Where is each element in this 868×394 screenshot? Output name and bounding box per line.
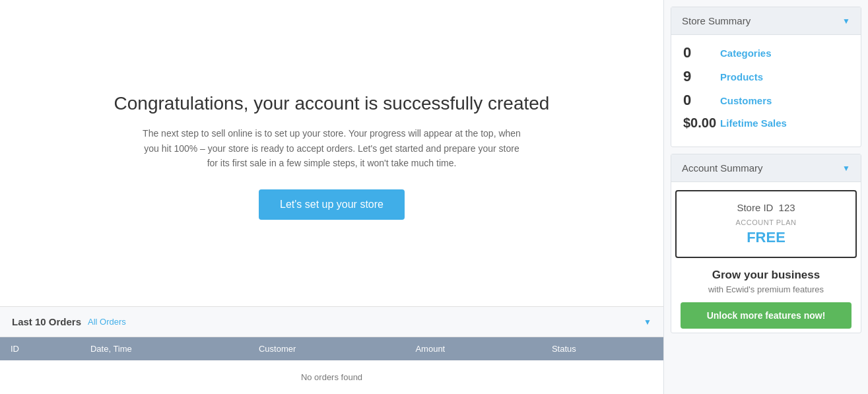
setup-store-button[interactable]: Let's set up your store	[259, 189, 405, 220]
account-summary-header: Account Summary ▼	[671, 154, 861, 182]
orders-chevron-icon: ▼	[644, 317, 651, 327]
products-count: 9	[683, 68, 716, 85]
account-summary-chevron-icon: ▼	[842, 164, 850, 173]
col-customer: Customer	[248, 337, 405, 360]
summary-products-row: 9 Products	[683, 68, 849, 85]
main-content: Congratulations, your account is success…	[0, 0, 663, 394]
sidebar: Store Summary ▼ 0 Categories 9 Products …	[663, 0, 868, 394]
hero-title: Congratulations, your account is success…	[114, 93, 550, 114]
account-plan-label: ACCOUNT PLAN	[687, 218, 845, 226]
store-id-label: Store ID 123	[687, 202, 845, 213]
col-status: Status	[541, 337, 663, 360]
orders-title: Last 10 Orders	[12, 316, 81, 327]
sales-amount: $0.00	[683, 115, 716, 131]
hero-section: Congratulations, your account is success…	[0, 0, 663, 306]
store-summary-chevron-icon: ▼	[842, 16, 850, 26]
account-card: Store ID 123 ACCOUNT PLAN FREE	[675, 190, 857, 258]
summary-sales-row: $0.00 Lifetime Sales	[683, 115, 849, 131]
store-id-value: 123	[779, 202, 795, 213]
orders-header: Last 10 Orders All Orders ▼	[0, 307, 663, 337]
col-date-time: Date, Time	[80, 337, 248, 360]
unlock-features-button[interactable]: Unlock more features now!	[681, 302, 851, 329]
store-summary-header: Store Summary ▼	[671, 7, 861, 35]
products-label: Products	[720, 71, 763, 82]
store-summary-body: 0 Categories 9 Products 0 Customers $0.0…	[671, 35, 861, 147]
col-id: ID	[0, 337, 80, 360]
categories-count: 0	[683, 44, 716, 61]
account-summary-widget: Account Summary ▼ Store ID 123 ACCOUNT P…	[671, 154, 861, 333]
orders-section: Last 10 Orders All Orders ▼ ID Date, Tim…	[0, 306, 663, 394]
table-header-row: ID Date, Time Customer Amount Status	[0, 337, 663, 360]
table-empty-row: No orders found	[0, 360, 663, 394]
all-orders-link[interactable]: All Orders	[88, 317, 126, 327]
summary-customers-row: 0 Customers	[683, 92, 849, 109]
customers-label: Customers	[720, 95, 772, 106]
grow-title: Grow your business	[681, 269, 851, 282]
store-id-prefix: Store ID	[737, 202, 773, 213]
empty-message: No orders found	[0, 360, 663, 394]
account-summary-title: Account Summary	[682, 162, 763, 174]
grow-subtitle: with Ecwid's premium features	[681, 284, 851, 294]
sales-label: Lifetime Sales	[720, 117, 787, 129]
account-plan-value: FREE	[687, 229, 845, 246]
store-summary-title: Store Summary	[682, 15, 751, 26]
store-summary-widget: Store Summary ▼ 0 Categories 9 Products …	[671, 7, 861, 147]
summary-categories-row: 0 Categories	[683, 44, 849, 61]
orders-table: ID Date, Time Customer Amount Status No …	[0, 337, 663, 394]
grow-section: Grow your business with Ecwid's premium …	[671, 262, 861, 333]
col-amount: Amount	[405, 337, 541, 360]
categories-label: Categories	[720, 48, 772, 59]
hero-description: The next step to sell online is to set u…	[141, 126, 523, 170]
customers-count: 0	[683, 92, 716, 109]
